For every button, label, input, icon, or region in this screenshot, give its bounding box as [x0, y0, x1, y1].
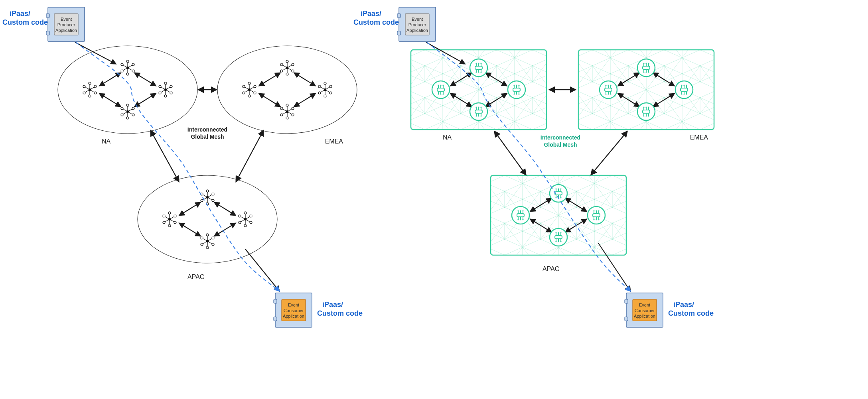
svg-text:Event: Event	[61, 17, 72, 22]
emea-label: EMEA	[325, 138, 343, 145]
link-na-apac-r	[495, 132, 526, 175]
emea-cluster: EMEA	[217, 46, 357, 145]
na-label: NA	[102, 138, 111, 145]
apac-to-consumer-arrow	[245, 249, 279, 291]
mesh-label-l2: Global Mesh	[191, 134, 224, 140]
link-na-apac	[151, 131, 179, 181]
event-consumer-card-r: Event Consumer Application	[625, 293, 663, 327]
ipaas-consumer-label2: Custom code	[317, 309, 363, 317]
svg-text:Application: Application	[634, 314, 655, 318]
svg-text:Producer: Producer	[57, 22, 75, 27]
producer-to-na-arrow	[75, 42, 116, 64]
svg-text:Event: Event	[412, 17, 423, 22]
apac-cluster: APAC	[138, 175, 277, 280]
ipaas-producer-label-r: iPaas/	[361, 10, 381, 18]
apac-label: APAC	[187, 273, 204, 280]
mesh-label-l1-r: Interconnected	[541, 134, 580, 141]
svg-text:Application: Application	[406, 28, 428, 33]
left-diagram: iPaas/ Custom code Event Producer Applic…	[2, 7, 363, 327]
svg-text:Event: Event	[288, 303, 299, 307]
mesh-label-l2-r: Global Mesh	[544, 142, 577, 148]
mesh-label-l1: Interconnected	[187, 126, 227, 133]
svg-text:Application: Application	[55, 28, 77, 33]
ipaas-consumer-label2-r: Custom code	[668, 309, 714, 317]
emea-label-r: EMEA	[690, 134, 708, 141]
ipaas-producer-label2-r: Custom code	[353, 18, 399, 26]
link-emea-apac-r	[591, 132, 627, 175]
event-consumer-card: Event Consumer Application	[274, 293, 312, 327]
na-cluster-r: NA	[411, 50, 546, 141]
svg-text:Producer: Producer	[408, 22, 426, 27]
link-emea-apac	[236, 131, 263, 181]
ipaas-consumer-label: iPaas/	[322, 301, 343, 309]
ipaas-producer-label: iPaas/	[10, 10, 30, 18]
apac-label-r: APAC	[542, 265, 559, 272]
svg-text:Event: Event	[639, 303, 650, 307]
na-cluster: NA	[58, 46, 197, 145]
apac-cluster-r: APAC	[491, 175, 626, 272]
svg-text:Consumer: Consumer	[635, 308, 655, 313]
right-diagram: iPaas/ Custom code Event Producer Applic…	[353, 7, 714, 327]
svg-text:Consumer: Consumer	[284, 308, 304, 313]
ipaas-consumer-label-r: iPaas/	[673, 301, 694, 309]
event-producer-card: Event Producer Application	[46, 7, 85, 41]
ipaas-producer-label2: Custom code	[2, 18, 48, 26]
svg-text:Application: Application	[283, 314, 304, 318]
na-label-r: NA	[443, 134, 452, 141]
event-producer-card-r: Event Producer Application	[397, 7, 436, 41]
emea-cluster-r: EMEA	[578, 50, 714, 141]
